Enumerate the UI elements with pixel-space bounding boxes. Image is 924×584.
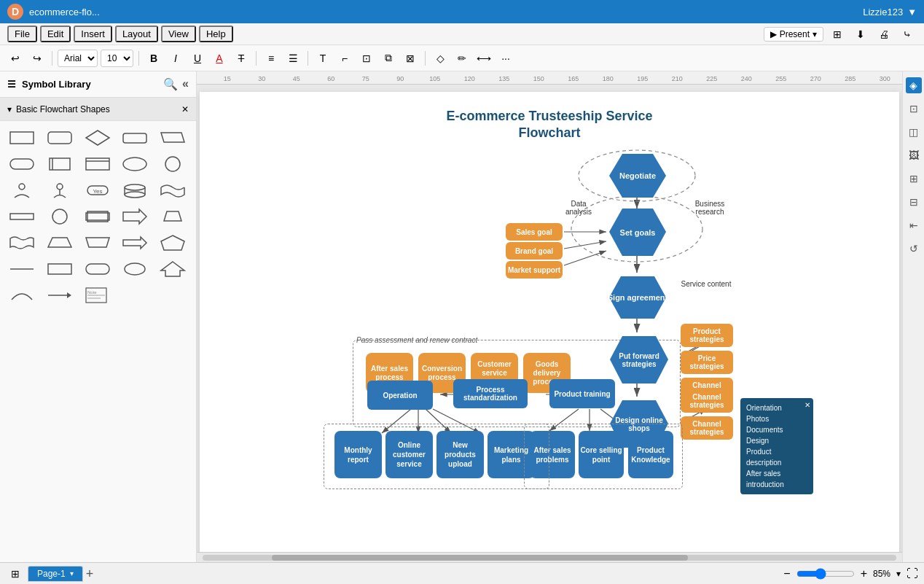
line-button[interactable]: ⟷ bbox=[474, 49, 493, 68]
product-strategies-node[interactable]: Product strategies bbox=[681, 324, 733, 347]
process-standardization-node[interactable]: Process standardization bbox=[453, 379, 528, 408]
text-tool-button[interactable]: T bbox=[313, 49, 332, 68]
shape-rect3[interactable] bbox=[44, 258, 76, 280]
shape-cylinder[interactable] bbox=[119, 179, 151, 201]
zoom-minus-btn[interactable]: − bbox=[783, 567, 790, 580]
user-dropdown-icon[interactable]: ▼ bbox=[907, 7, 917, 17]
bold-button[interactable]: B bbox=[144, 49, 163, 68]
more-button[interactable]: ··· bbox=[496, 49, 515, 68]
right-panel-table-btn[interactable]: ⊟ bbox=[906, 194, 922, 210]
shape-trapezoid2[interactable] bbox=[44, 232, 76, 254]
shape-arrow2[interactable] bbox=[119, 232, 151, 254]
shape-double-rect2[interactable] bbox=[82, 153, 114, 175]
shape-pill[interactable] bbox=[82, 258, 114, 280]
product-training-node[interactable]: Product training bbox=[549, 379, 615, 408]
operation-node[interactable]: Operation bbox=[367, 381, 433, 410]
canvas-scroll[interactable]: E-commerce Trusteeship Service Flowchart… bbox=[197, 85, 902, 552]
fill-button[interactable]: ◇ bbox=[431, 49, 450, 68]
shape-trapezoid[interactable] bbox=[157, 206, 189, 227]
channel-strategies-2-node[interactable]: Channel strategies bbox=[681, 389, 733, 413]
negotiate-node[interactable]: Negotiate bbox=[606, 150, 669, 201]
right-panel-indent-btn[interactable]: ⇤ bbox=[906, 217, 922, 233]
menu-layout[interactable]: Layout bbox=[115, 26, 158, 42]
menu-help[interactable]: Help bbox=[199, 26, 233, 42]
shape-oval[interactable] bbox=[119, 153, 151, 175]
strikethrough-button[interactable]: T bbox=[232, 49, 251, 68]
shape-wave[interactable] bbox=[157, 179, 189, 201]
shape-circle2[interactable] bbox=[44, 206, 76, 227]
shape-circle[interactable] bbox=[157, 153, 189, 175]
right-panel-image-btn[interactable]: 🖼 bbox=[906, 147, 922, 163]
pen-button[interactable]: ✏ bbox=[453, 49, 471, 68]
market-support-node[interactable]: Market support bbox=[506, 261, 563, 279]
shape-rounded-rect2[interactable] bbox=[119, 127, 151, 149]
shape-rounded-rect3[interactable] bbox=[6, 153, 38, 175]
section-close-icon[interactable]: ✕ bbox=[181, 104, 189, 114]
shape-double-rect[interactable] bbox=[44, 153, 76, 175]
print-icon-btn[interactable]: 🖨 bbox=[874, 25, 893, 44]
shape-oval2[interactable] bbox=[119, 258, 151, 280]
sales-goal-node[interactable]: Sales goal bbox=[506, 223, 563, 241]
format-button[interactable]: ⊡ bbox=[357, 49, 376, 68]
shape-note[interactable]: Note bbox=[82, 284, 114, 306]
shape-rect-thin[interactable] bbox=[6, 206, 38, 227]
right-panel-org-btn[interactable]: ⊞ bbox=[906, 171, 922, 187]
align-button[interactable]: ☰ bbox=[283, 49, 302, 68]
connector-tool-button[interactable]: ⌐ bbox=[335, 49, 354, 68]
shape-home[interactable] bbox=[157, 258, 189, 280]
right-panel-layers-btn[interactable]: ◫ bbox=[906, 124, 922, 140]
shape-person[interactable] bbox=[6, 179, 38, 201]
sidebar-collapse-icon[interactable]: « bbox=[182, 77, 189, 91]
shape-trapezoid3[interactable] bbox=[82, 232, 114, 254]
page-tab-1[interactable]: Page-1 ▾ bbox=[28, 566, 83, 582]
delete-button[interactable]: ⊠ bbox=[401, 49, 420, 68]
h-scrollbar-thumb[interactable] bbox=[272, 555, 688, 561]
menu-insert[interactable]: Insert bbox=[74, 26, 112, 42]
share-icon-btn[interactable]: ⤷ bbox=[898, 25, 917, 44]
shape-wave2[interactable] bbox=[6, 232, 38, 254]
zoom-slider[interactable] bbox=[796, 568, 855, 580]
layout-icon-btn[interactable]: ⊞ bbox=[828, 25, 847, 44]
shape-arrow3[interactable] bbox=[44, 284, 76, 306]
menu-edit[interactable]: Edit bbox=[40, 26, 71, 42]
undo-button[interactable]: ↩ bbox=[6, 49, 25, 68]
shape-rect-2[interactable] bbox=[82, 206, 114, 227]
right-panel-page-btn[interactable]: ⊡ bbox=[906, 101, 922, 117]
set-goals-node[interactable]: Set goals bbox=[606, 205, 669, 260]
font-color-button[interactable]: A bbox=[210, 49, 229, 68]
duplicate-button[interactable]: ⧉ bbox=[379, 49, 398, 68]
shape-decision[interactable]: Yes bbox=[82, 179, 114, 201]
shape-line[interactable] bbox=[6, 258, 38, 280]
download-icon-btn[interactable]: ⬇ bbox=[851, 25, 870, 44]
sign-agreement-node[interactable]: Sign agreement bbox=[606, 273, 669, 322]
font-family-select[interactable]: Arial bbox=[58, 50, 98, 67]
shape-person2[interactable] bbox=[44, 179, 76, 201]
put-forward-strategies-node[interactable]: Put forward strategies bbox=[606, 332, 672, 387]
info-box-close[interactable]: ✕ bbox=[804, 400, 810, 410]
zoom-dropdown-btn[interactable]: ▾ bbox=[896, 569, 901, 579]
underline-button[interactable]: U bbox=[188, 49, 207, 68]
shape-rounded-rect[interactable] bbox=[44, 127, 76, 149]
price-strategies-node[interactable]: Price strategies bbox=[681, 351, 733, 374]
page-tab-dropdown[interactable]: ▾ bbox=[70, 569, 74, 577]
shape-rectangle[interactable] bbox=[6, 127, 38, 149]
zoom-plus-btn[interactable]: + bbox=[861, 567, 867, 580]
sidebar-search-icon[interactable]: 🔍 bbox=[163, 77, 178, 91]
shape-arrow-right[interactable] bbox=[119, 206, 151, 227]
section-expand-icon[interactable]: ▾ bbox=[7, 104, 12, 114]
italic-button[interactable]: I bbox=[166, 49, 185, 68]
menu-file[interactable]: File bbox=[7, 26, 37, 42]
present-button[interactable]: ▶ Present ▾ bbox=[764, 27, 823, 42]
shape-pentagon[interactable] bbox=[157, 232, 189, 254]
menu-view[interactable]: View bbox=[161, 26, 196, 42]
fullscreen-btn[interactable]: ⛶ bbox=[907, 567, 918, 580]
shape-arc[interactable] bbox=[6, 284, 38, 306]
page-prev-btn[interactable]: ⊞ bbox=[6, 564, 25, 583]
right-panel-style-btn[interactable]: ◈ bbox=[906, 77, 922, 93]
channel-strategies-3-node[interactable]: Channel strategies bbox=[681, 416, 733, 440]
redo-button[interactable]: ↪ bbox=[28, 49, 47, 68]
h-scrollbar[interactable] bbox=[197, 552, 902, 562]
right-panel-history-btn[interactable]: ↺ bbox=[906, 241, 922, 257]
align-left-button[interactable]: ≡ bbox=[262, 49, 281, 68]
brand-goal-node[interactable]: Brand goal bbox=[506, 242, 563, 260]
